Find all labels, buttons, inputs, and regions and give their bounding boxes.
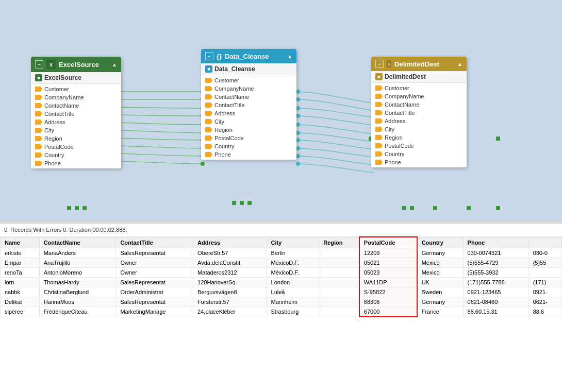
cleanse-subtitle: Data_Cleanse [214, 65, 255, 73]
excel-source-node[interactable]: − x ExcelSource ▲ ■ ExcelSource Customer… [31, 57, 121, 168]
svg-rect-26 [402, 206, 406, 210]
field-icon [375, 151, 383, 157]
table-cell: Sweden [417, 287, 463, 297]
field-phone: Phone [31, 159, 121, 167]
table-cell: FrédériqueCiteau [39, 307, 116, 317]
delimited-dest-header: − i DelimitedDest ▲ [371, 57, 467, 71]
table-cell: 68306 [359, 297, 417, 307]
table-row: lornThomasHardySalesRepresentat120Hanove… [1, 278, 562, 287]
svg-rect-23 [232, 201, 236, 205]
data-table-wrapper[interactable]: Name ContactName ContactTitle Address Ci… [0, 236, 562, 392]
cleanse-up-arrow: ▲ [287, 54, 292, 59]
excel-up-arrow: ▲ [112, 62, 117, 67]
field-icon [375, 135, 383, 140]
field-phone: Phone [371, 158, 467, 166]
excel-subtitle: ExcelSource [44, 74, 81, 81]
field-icon [205, 152, 212, 157]
table-cell: AntonioMoreno [39, 268, 116, 278]
col-country: Country [417, 237, 463, 248]
data-cleanse-node[interactable]: − {} Data_Cleanse ▲ ■ Data_Cleanse Custo… [201, 49, 296, 160]
excel-subheader: ■ ExcelSource [31, 72, 121, 84]
table-cell [319, 268, 359, 278]
excel-source-header: − x ExcelSource ▲ [31, 57, 121, 72]
field-companyname: CompanyName [31, 93, 121, 101]
table-cell: Owner [116, 258, 193, 268]
field-contacttitle: ContactTitle [201, 101, 296, 109]
delimited-expand-btn[interactable]: − [375, 60, 384, 68]
table-cell: (5)555-4729 [463, 258, 528, 268]
field-icon [375, 110, 383, 115]
svg-point-11 [296, 97, 300, 101]
table-cell: AnaTrujillo [39, 258, 116, 268]
field-icon [205, 78, 212, 83]
excel-expand-btn[interactable]: − [35, 60, 43, 69]
svg-point-17 [296, 146, 300, 150]
table-cell: Owner [116, 268, 193, 278]
table-cell: Mexico [417, 258, 463, 268]
table-cell [319, 248, 359, 258]
field-address: Address [371, 117, 467, 125]
cleanse-title: Data_Cleanse [225, 53, 269, 60]
field-customer: Customer [371, 84, 467, 92]
svg-point-10 [296, 90, 300, 94]
excel-sub-icon: ■ [35, 74, 42, 81]
table-cell: Mataderos2312 [193, 268, 267, 278]
cleanse-subheader: ■ Data_Cleanse [201, 63, 296, 75]
field-city: City [371, 125, 467, 133]
table-cell: 120HanoverSq. [193, 278, 267, 287]
field-contacttitle: ContactTitle [31, 110, 121, 118]
field-icon [205, 144, 212, 149]
field-region: Region [31, 134, 121, 143]
canvas-area: − x ExcelSource ▲ ■ ExcelSource Customer… [0, 0, 562, 221]
field-contacttitle: ContactTitle [371, 109, 467, 117]
field-icon [35, 161, 42, 166]
field-address: Address [31, 118, 121, 126]
data-cleanse-header: − {} Data_Cleanse ▲ [201, 49, 296, 63]
table-cell: Germany [417, 248, 463, 258]
delimited-title: DelimitedDest [394, 60, 439, 68]
svg-point-13 [296, 114, 300, 118]
table-cell [319, 287, 359, 297]
table-cell: France [417, 307, 463, 317]
table-cell: 0621- [528, 297, 561, 307]
excel-title: ExcelSource [59, 61, 99, 69]
table-cell: 88.6 [528, 307, 561, 317]
field-icon [35, 111, 42, 116]
table-cell: Avda.delaConstit [193, 258, 267, 268]
table-cell: (171)555-7788 [463, 278, 528, 287]
table-cell: Berlin [267, 248, 319, 258]
col-extra [528, 237, 561, 248]
field-icon [35, 87, 42, 92]
field-icon [375, 143, 383, 148]
field-icon [35, 95, 42, 100]
field-icon [205, 135, 212, 141]
table-cell: 0621-08460 [463, 297, 528, 307]
col-address: Address [193, 237, 267, 248]
delimited-dest-node[interactable]: − i DelimitedDest ▲ ■ DelimitedDest Cust… [371, 57, 467, 167]
table-row: nabbkChristinaBerglundOrderAdministratBe… [1, 287, 562, 297]
field-city: City [201, 117, 296, 126]
data-area: 0. Records With Errors 0. Duration 00:00… [0, 224, 562, 392]
field-companyname: CompanyName [371, 92, 467, 100]
table-cell: Mannheim [267, 297, 319, 307]
svg-rect-32 [496, 137, 500, 141]
field-icon [375, 127, 383, 132]
table-cell: 24,placeKléber [193, 307, 267, 317]
table-cell: (5)55 [528, 258, 561, 268]
status-bar: 0. Records With Errors 0. Duration 00:00… [0, 224, 562, 236]
delimited-subtitle: DelimitedDest [385, 73, 426, 80]
cleanse-expand-btn[interactable]: − [205, 52, 213, 60]
status-text: 0. Records With Errors 0. Duration 00:00… [4, 227, 127, 233]
field-country: Country [201, 142, 296, 150]
table-cell: slpéree [1, 307, 40, 317]
col-city: City [267, 237, 319, 248]
field-region: Region [371, 133, 467, 142]
field-postalcode: PostalCode [31, 143, 121, 151]
table-cell: London [267, 278, 319, 287]
delimited-icon: i [387, 60, 391, 67]
field-icon [205, 94, 212, 99]
field-icon [35, 152, 42, 158]
table-cell: 05023 [359, 268, 417, 278]
field-companyname: CompanyName [201, 84, 296, 93]
table-row: DelikatHannaMoosSalesRepresentatForsters… [1, 297, 562, 307]
